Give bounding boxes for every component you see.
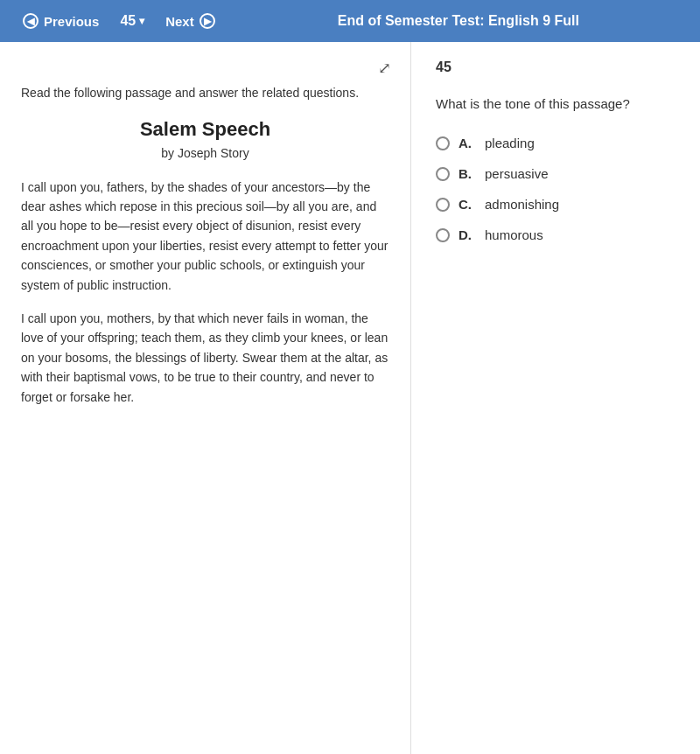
passage-title: Salem Speech: [21, 117, 389, 143]
question-number-display: 45: [436, 59, 676, 75]
option-c-text: admonishing: [485, 197, 559, 212]
radio-c[interactable]: [436, 198, 450, 212]
next-button[interactable]: Next ▶: [153, 0, 228, 42]
option-d[interactable]: D. humorous: [436, 227, 676, 242]
current-question-number: 45: [120, 13, 136, 29]
question-text: What is the tone of this passage?: [436, 96, 676, 111]
option-d-text: humorous: [485, 227, 543, 242]
previous-button[interactable]: ◀ Previous: [10, 0, 111, 42]
radio-b[interactable]: [436, 167, 450, 181]
option-a-letter: A.: [458, 136, 476, 150]
question-number-badge[interactable]: 45 ▾: [111, 13, 153, 29]
main-content: ⤢ Read the following passage and answer …: [0, 42, 700, 754]
previous-label: Previous: [44, 14, 99, 29]
passage-paragraph-2: I call upon you, mothers, by that which …: [21, 309, 389, 407]
passage-intro: Read the following passage and answer th…: [21, 86, 389, 100]
radio-a[interactable]: [436, 136, 450, 150]
option-d-letter: D.: [458, 227, 476, 242]
previous-icon: ◀: [23, 13, 38, 29]
radio-d[interactable]: [436, 228, 450, 242]
option-c[interactable]: C. admonishing: [436, 197, 676, 212]
expand-icon[interactable]: ⤢: [372, 56, 396, 80]
passage-paragraph-1: I call upon you, fathers, by the shades …: [21, 178, 389, 295]
next-label: Next: [165, 14, 194, 29]
option-b[interactable]: B. persuasive: [436, 166, 676, 181]
option-a-text: pleading: [485, 136, 535, 150]
passage-author: by Joseph Story: [21, 146, 389, 160]
option-b-letter: B.: [458, 166, 476, 181]
option-c-letter: C.: [458, 197, 476, 212]
navigation-bar: ◀ Previous 45 ▾ Next ▶ End of Semester T…: [0, 0, 700, 42]
option-a[interactable]: A. pleading: [436, 136, 676, 150]
chevron-down-icon: ▾: [139, 15, 144, 27]
page-title: End of Semester Test: English 9 Full: [228, 13, 690, 29]
answer-options: A. pleading B. persuasive C. admonishing…: [436, 136, 676, 242]
question-panel: 45 What is the tone of this passage? A. …: [411, 42, 700, 754]
option-b-text: persuasive: [485, 166, 549, 181]
passage-panel: ⤢ Read the following passage and answer …: [0, 42, 411, 754]
next-icon: ▶: [200, 13, 215, 29]
